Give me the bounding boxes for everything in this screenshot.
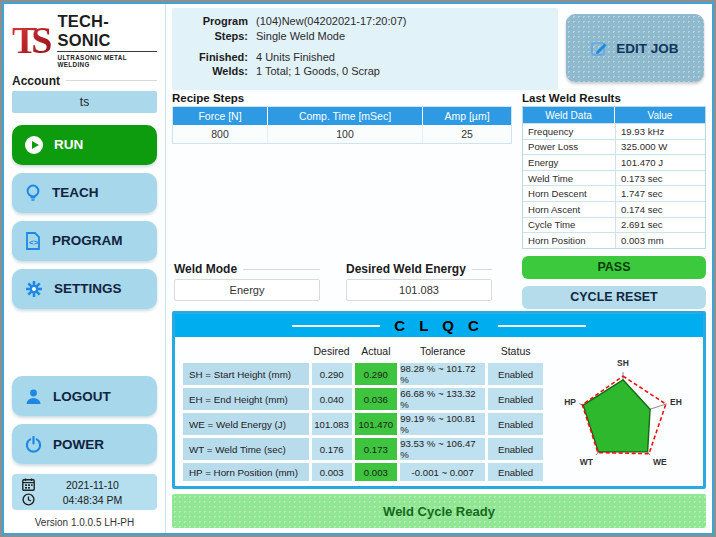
program-label: Program [176, 15, 248, 27]
logout-button[interactable]: LOGOUT [12, 376, 157, 416]
teach-button[interactable]: TEACH [12, 173, 157, 213]
clqc-col-status: Status [488, 342, 543, 360]
ts-monogram-icon: TS [12, 23, 52, 57]
account-label: Account [12, 74, 157, 88]
table-row: Energy101.470 J [523, 154, 705, 170]
gear-icon [25, 280, 43, 298]
brand-tagline: ULTRASONIC METAL WELDING [57, 54, 157, 68]
weld-cycle-status-bar: Weld Cycle Ready [172, 494, 706, 528]
radar-label-we: WE [653, 457, 667, 467]
recipe-row[interactable]: 800 100 25 [173, 125, 511, 143]
clqc-row-wt: WT = Weld Time (sec) 0.176 0.173 93.53 %… [183, 438, 543, 460]
logout-button-label: LOGOUT [53, 389, 111, 404]
calendar-icon [20, 478, 36, 491]
clqc-row-sh: SH = Start Height (mm) 0.290 0.290 98.28… [183, 363, 543, 385]
run-button[interactable]: RUN [12, 125, 157, 165]
table-row: Weld Time0.173 sec [523, 170, 705, 186]
logo: TS TECH-SONIC ULTRASONIC METAL WELDING [12, 10, 157, 74]
program-file-icon: <> [25, 232, 41, 250]
content-row: Recipe Steps Force [N] Comp. Time [mSec]… [172, 92, 706, 309]
table-row: Power Loss325.000 W [523, 139, 705, 155]
window-frame: TS TECH-SONIC ULTRASONIC METAL WELDING A… [0, 0, 716, 537]
clqc-row-eh: EH = End Height (mm) 0.040 0.036 66.68 %… [183, 388, 543, 410]
recipe-force-value: 800 [173, 125, 268, 143]
date-value: 2021-11-10 [36, 479, 149, 491]
table-row: Horn Ascent0.174 sec [523, 201, 705, 217]
clqc-col-tolerance: Tolerance [400, 342, 485, 360]
settings-button-label: SETTINGS [54, 281, 122, 296]
pass-status-button[interactable]: PASS [522, 256, 706, 279]
clqc-header: C L Q C [175, 314, 703, 337]
desired-weld-energy-group: Desired Weld Energy 101.083 [346, 262, 492, 301]
radar-label-hp: HP [564, 397, 576, 407]
play-icon [25, 136, 43, 154]
version-text: Version 1.0.0.5 LH-PH [12, 512, 157, 529]
lw-col-value: Value [615, 107, 705, 123]
time-value: 04:48:34 PM [36, 494, 149, 506]
clqc-title: C L Q C [394, 317, 484, 334]
welds-value: 1 Total; 1 Goods, 0 Scrap [256, 65, 548, 77]
power-icon [25, 436, 42, 453]
recipe-comp-time-value: 100 [268, 125, 423, 143]
weld-mode-value[interactable]: Energy [174, 279, 320, 301]
main-area: Program (104)New(04202021-17:20:07) Step… [166, 4, 712, 533]
cycle-reset-button[interactable]: CYCLE RESET [522, 286, 706, 309]
program-button[interactable]: <> PROGRAM [12, 221, 157, 261]
clqc-table: Desired Actual Tolerance Status SH = Sta… [183, 342, 543, 481]
clqc-col-desired: Desired [312, 342, 352, 360]
power-button[interactable]: POWER [12, 424, 157, 464]
lightbulb-icon [25, 184, 41, 202]
edit-pencil-icon [591, 40, 608, 57]
finished-value: 4 Units Finished [256, 51, 548, 63]
recipe-col-comp-time: Comp. Time [mSec] [268, 107, 423, 125]
recipe-amp-value: 25 [423, 125, 511, 143]
last-weld-results-title: Last Weld Results [522, 92, 706, 104]
clqc-row-hp: HP = Horn Position (mm) 0.003 0.003 -0.0… [183, 463, 543, 481]
desired-weld-energy-value[interactable]: 101.083 [346, 279, 492, 301]
clqc-col-actual: Actual [355, 342, 398, 360]
clqc-panel: C L Q C Desired Actual Tolerance Status … [172, 311, 706, 489]
settings-button[interactable]: SETTINGS [12, 269, 157, 309]
datetime-panel: 2021-11-10 04:48:34 PM [12, 474, 157, 510]
radar-label-sh: SH [617, 358, 629, 368]
last-weld-results-table: Weld Data Value Frequency19.93 kHz Power… [522, 106, 706, 249]
weld-mode-group: Weld Mode Energy [174, 262, 320, 301]
welds-label: Welds: [176, 65, 248, 77]
table-row: Frequency19.93 kHz [523, 123, 705, 139]
program-info-panel: Program (104)New(04202021-17:20:07) Step… [172, 8, 558, 90]
recipe-col-force: Force [N] [173, 107, 268, 125]
svg-text:<>: <> [29, 238, 39, 247]
steps-value: Single Weld Mode [256, 30, 548, 42]
desired-weld-energy-label: Desired Weld Energy [346, 262, 492, 276]
user-icon [25, 388, 42, 405]
clqc-row-we: WE = Weld Energy (J) 101.083 101.470 99.… [183, 413, 543, 435]
weld-mode-label: Weld Mode [174, 262, 320, 276]
finished-label: Finished: [176, 51, 248, 63]
recipe-steps-table: Force [N] Comp. Time [mSec] Amp [µm] 800… [172, 106, 512, 144]
recipe-steps-title: Recipe Steps [172, 92, 512, 104]
brand-name: TECH-SONIC [57, 12, 157, 52]
program-button-label: PROGRAM [52, 233, 123, 248]
header-row: Program (104)New(04202021-17:20:07) Step… [172, 8, 706, 90]
edit-job-button[interactable]: EDIT JOB [566, 14, 704, 82]
radar-label-wt: WT [580, 457, 594, 467]
clqc-radar-chart: SH EH WE WT HP [549, 342, 697, 481]
power-button-label: POWER [53, 437, 104, 452]
recipe-col-amp: Amp [µm] [423, 107, 511, 125]
radar-label-eh: EH [670, 397, 682, 407]
program-value: (104)New(04202021-17:20:07) [256, 15, 548, 27]
lw-col-weld-data: Weld Data [523, 107, 615, 123]
sidebar: TS TECH-SONIC ULTRASONIC METAL WELDING A… [4, 4, 166, 533]
app-window: TS TECH-SONIC ULTRASONIC METAL WELDING A… [4, 4, 712, 533]
edit-job-label: EDIT JOB [616, 41, 678, 56]
table-row: Horn Position0.003 mm [523, 232, 705, 248]
table-row: Horn Descent1.747 sec [523, 185, 705, 201]
table-row: Cycle Time2.691 sec [523, 217, 705, 233]
account-value: ts [12, 91, 157, 113]
teach-button-label: TEACH [52, 185, 99, 200]
steps-label: Steps: [176, 30, 248, 42]
run-button-label: RUN [54, 137, 83, 152]
clock-icon [20, 493, 36, 506]
